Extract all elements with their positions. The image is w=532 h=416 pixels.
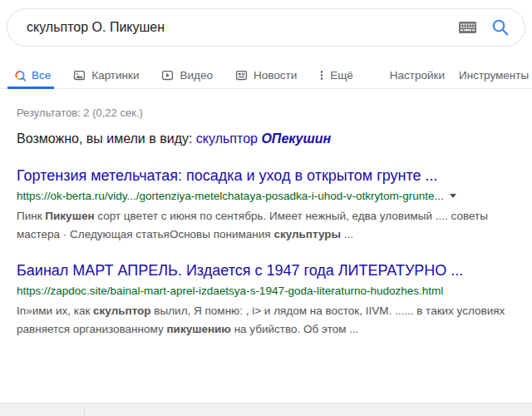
search-bar xyxy=(7,8,525,47)
tab-settings[interactable]: Настройки xyxy=(390,62,445,88)
search-icon xyxy=(13,69,26,82)
tab-tools[interactable]: Инструменты xyxy=(459,62,529,88)
suggestion-link[interactable]: скульптор ОПекушин xyxy=(196,131,331,146)
result-title-link[interactable]: Гортензия метельчатая: посадка и уход в … xyxy=(17,167,438,185)
search-input[interactable] xyxy=(27,20,459,35)
tab-label: Ещё xyxy=(330,69,353,82)
chevron-down-icon[interactable] xyxy=(450,194,456,198)
active-tab-underline xyxy=(7,87,54,89)
tab-videos[interactable]: Видео xyxy=(161,62,212,88)
search-result: Гортензия метельчатая: посадка и уход в … xyxy=(17,167,515,243)
suggestion-corrected-term: ОПекушин xyxy=(261,131,331,146)
result-url-line: https://zapdoc.site/bainal-mart-aprel-iz… xyxy=(17,284,515,298)
tab-all[interactable]: Все xyxy=(13,62,51,88)
result-stats: Результатов: 2 (0,22 сек.) xyxy=(17,106,515,119)
tab-label: Видео xyxy=(180,69,212,82)
news-icon xyxy=(235,69,248,82)
search-box[interactable] xyxy=(7,8,525,47)
results-area: Результатов: 2 (0,22 сек.) Возможно, вы … xyxy=(0,106,532,338)
tabs-bar: Все Картинки Видео xyxy=(0,62,532,89)
result-snippet: In»ими их, как скульптор вылил, Я помню:… xyxy=(17,302,515,338)
footer-divider xyxy=(84,408,85,416)
tab-label: Настройки xyxy=(390,69,445,82)
tab-label: Все xyxy=(32,69,51,82)
result-url-line: https://ok-berta.ru/vidy.../gortenziya-m… xyxy=(17,189,515,203)
tab-images[interactable]: Картинки xyxy=(73,62,139,88)
tab-label: Новости xyxy=(254,69,297,82)
tab-more[interactable]: Ещё xyxy=(319,62,353,88)
spelling-suggestion: Возможно, вы имели в виду: скульптор ОПе… xyxy=(17,131,515,146)
result-url: https://zapdoc.site/bainal-mart-aprel-iz… xyxy=(17,284,443,298)
keyboard-icon[interactable] xyxy=(459,22,476,33)
tab-news[interactable]: Новости xyxy=(235,62,297,88)
images-icon xyxy=(73,69,86,82)
result-url: https://ok-berta.ru/vidy.../gortenziya-m… xyxy=(17,189,444,203)
result-title-link[interactable]: Баинал МАРТ АПРЕЛЬ. Издается с 1947 года… xyxy=(17,262,463,280)
tab-label: Инструменты xyxy=(459,69,529,82)
search-result: Баинал МАРТ АПРЕЛЬ. Издается с 1947 года… xyxy=(17,262,515,338)
more-dots-icon xyxy=(319,69,324,82)
tab-label: Картинки xyxy=(91,69,139,82)
search-icon[interactable] xyxy=(491,18,510,37)
video-play-icon xyxy=(161,69,174,82)
footer-bar xyxy=(0,403,532,416)
result-snippet: Пинк Пикушен сорт цветет с июня по сентя… xyxy=(17,207,515,243)
suggestion-prefix: Возможно, вы имели в виду: xyxy=(17,131,196,146)
